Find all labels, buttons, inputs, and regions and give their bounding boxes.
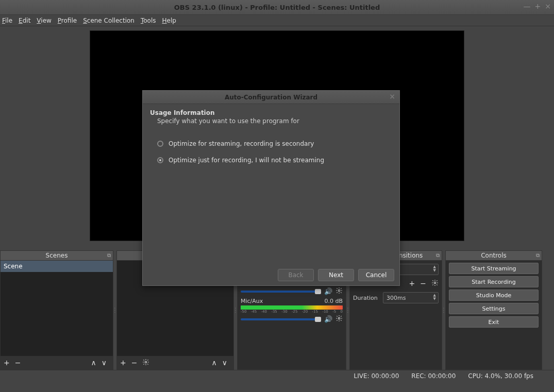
menu-profile[interactable]: Profile [58, 17, 77, 24]
remove-icon[interactable]: − [15, 359, 21, 367]
controls-header: Controls ⧉ [445, 250, 542, 261]
window-title: OBS 23.1.0 (linux) - Profile: Untitled -… [174, 4, 380, 11]
gear-icon[interactable] [335, 287, 343, 296]
move-up-icon[interactable]: ∧ [212, 359, 217, 367]
option-streaming[interactable]: Optimize for streaming, recording is sec… [157, 140, 392, 147]
svg-point-2 [338, 317, 340, 319]
svg-point-3 [434, 282, 436, 284]
sources-toolbar: + − ∧ ∨ [117, 356, 233, 369]
scenes-title: Scenes [46, 252, 68, 259]
scenes-header: Scenes ⧉ [0, 250, 113, 261]
remove-icon[interactable]: − [420, 279, 426, 288]
option-label: Optimize for streaming, recording is sec… [169, 140, 314, 147]
close-icon[interactable]: × [545, 2, 551, 10]
next-button[interactable]: Next [318, 269, 354, 281]
menu-scene-collection[interactable]: Scene Collection [83, 17, 135, 24]
back-button: Back [278, 269, 314, 281]
add-icon[interactable]: + [120, 359, 126, 367]
auto-config-wizard-dialog: Auto-Configuration Wizard × Usage Inform… [142, 90, 400, 286]
vu-meter [241, 305, 343, 310]
gear-icon[interactable] [142, 359, 149, 367]
duration-spinner[interactable]: 300ms ▲▼ [383, 292, 439, 303]
dialog-title: Auto-Configuration Wizard [225, 94, 317, 101]
chevron-updown-icon: ▲▼ [433, 294, 436, 301]
option-recording[interactable]: Optimize just for recording, I will not … [157, 157, 392, 164]
gear-icon[interactable] [335, 315, 343, 323]
menu-help[interactable]: Help [162, 17, 176, 24]
menu-file[interactable]: File [2, 17, 12, 24]
settings-button[interactable]: Settings [449, 303, 539, 314]
dialog-titlebar: Auto-Configuration Wizard × [143, 91, 399, 104]
vu-ticks: -50-45-40-35-30-25-20-15-10-50 [241, 310, 343, 314]
status-cpu: CPU: 4.0%, 30.00 fps [468, 372, 533, 380]
channel-name: Mic/Aux [241, 298, 263, 304]
list-item[interactable]: Scene [1, 261, 113, 272]
studio-mode-button[interactable]: Studio Mode [449, 289, 539, 301]
remove-icon[interactable]: − [131, 359, 138, 367]
start-recording-button[interactable]: Start Recording [449, 276, 539, 287]
menubar: File Edit View Profile Scene Collection … [0, 15, 554, 26]
status-rec: REC: 00:00:00 [411, 372, 456, 380]
radio-icon [157, 157, 163, 163]
dialog-heading: Usage Information [150, 109, 392, 116]
svg-point-1 [338, 289, 340, 292]
channel-db: 0.0 dB [324, 298, 343, 304]
scenes-toolbar: + − ∧ ∨ [1, 356, 113, 369]
statusbar: LIVE: 00:00:00 REC: 00:00:00 CPU: 4.0%, … [0, 370, 554, 381]
volume-slider[interactable] [241, 318, 321, 320]
move-down-icon[interactable]: ∨ [222, 359, 227, 367]
menu-edit[interactable]: Edit [19, 17, 30, 24]
controls-title: Controls [481, 252, 507, 259]
add-icon[interactable]: + [409, 279, 415, 288]
scenes-dock: Scenes ⧉ Scene + − ∧ ∨ [0, 250, 113, 370]
duration-value: 300ms [387, 295, 406, 301]
start-streaming-button[interactable]: Start Streaming [449, 263, 539, 274]
gear-icon[interactable] [431, 279, 439, 288]
mixer-channel: Mic/Aux 0.0 dB -50-45-40-35-30-25-20-15-… [241, 298, 343, 323]
dialog-buttons: Back Next Cancel [143, 265, 399, 285]
titlebar: OBS 23.1.0 (linux) - Profile: Untitled -… [0, 0, 554, 15]
menu-tools[interactable]: Tools [141, 17, 156, 24]
volume-slider[interactable] [241, 291, 321, 293]
popout-icon[interactable]: ⧉ [436, 252, 440, 259]
popout-icon[interactable]: ⧉ [536, 252, 540, 259]
svg-point-0 [145, 361, 147, 363]
dialog-subheading: Specify what you want to use the program… [157, 117, 392, 125]
move-up-icon[interactable]: ∧ [91, 359, 96, 367]
move-down-icon[interactable]: ∨ [102, 359, 107, 367]
minimize-icon[interactable]: — [524, 2, 531, 10]
speaker-icon[interactable]: 🔊 [324, 315, 332, 323]
radio-icon [157, 141, 163, 147]
cancel-button[interactable]: Cancel [358, 269, 394, 281]
duration-label: Duration [353, 295, 379, 301]
popout-icon[interactable]: ⧉ [107, 252, 111, 259]
add-icon[interactable]: + [4, 359, 10, 367]
controls-dock: Controls ⧉ Start Streaming Start Recordi… [445, 250, 542, 370]
chevron-updown-icon: ▲▼ [433, 265, 436, 272]
scenes-list[interactable]: Scene [1, 261, 113, 356]
maximize-icon[interactable]: + [535, 2, 541, 10]
status-live: LIVE: 00:00:00 [354, 372, 399, 380]
menu-view[interactable]: View [37, 17, 51, 24]
exit-button[interactable]: Exit [449, 316, 539, 328]
close-icon[interactable]: × [389, 92, 395, 100]
speaker-icon[interactable]: 🔊 [324, 287, 332, 295]
option-label: Optimize just for recording, I will not … [169, 157, 324, 164]
